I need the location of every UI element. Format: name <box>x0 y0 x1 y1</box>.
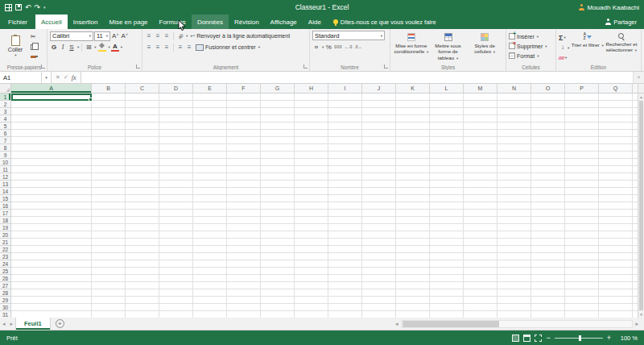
scroll-down-icon[interactable]: ▾ <box>640 311 642 318</box>
autosum-button[interactable]: Σ ▾ <box>559 33 571 42</box>
copy-button[interactable] <box>29 43 37 51</box>
grid-column-K[interactable] <box>396 94 430 318</box>
tab-donn-es[interactable]: Données <box>192 15 229 29</box>
column-header-L[interactable]: L <box>430 84 464 94</box>
row-header-4[interactable]: 4 <box>0 115 11 123</box>
page-layout-view-icon[interactable] <box>523 335 530 342</box>
row-header-18[interactable]: 18 <box>0 217 11 224</box>
scroll-right-icon[interactable]: ▸ <box>633 321 641 327</box>
column-header-C[interactable]: C <box>126 84 159 94</box>
vertical-scrollbar[interactable]: ▴ ▾ <box>638 94 644 318</box>
row-header-11[interactable]: 11 <box>0 166 11 173</box>
undo-icon[interactable]: ↶ <box>25 4 31 11</box>
vertical-scroll-thumb[interactable] <box>639 101 643 310</box>
grid-column-J[interactable] <box>362 94 396 318</box>
column-header-J[interactable]: J <box>362 84 396 94</box>
row-header-25[interactable]: 25 <box>0 268 11 275</box>
insert-function-button[interactable]: fx <box>72 74 76 81</box>
zoom-level[interactable]: 100 % <box>615 335 638 342</box>
align-top-button[interactable]: ≡ <box>145 31 153 41</box>
grid-column-B[interactable] <box>92 94 126 318</box>
cancel-icon[interactable]: ✕ <box>56 74 60 81</box>
column-header-F[interactable]: F <box>227 84 261 94</box>
comma-style-button[interactable]: 000 <box>333 43 343 52</box>
font-name-combobox[interactable]: Calibri ▾ <box>50 31 93 41</box>
grid-column-P[interactable] <box>565 94 599 318</box>
row-header-17[interactable]: 17 <box>0 210 11 217</box>
row-header-29[interactable]: 29 <box>0 297 11 304</box>
format-painter-button[interactable] <box>29 52 37 60</box>
sheet-nav-left-icon[interactable]: ◂ <box>0 318 8 330</box>
scroll-up-icon[interactable]: ▴ <box>640 94 642 100</box>
column-header-K[interactable]: K <box>396 84 430 94</box>
align-bottom-button[interactable]: ≡ <box>163 31 171 41</box>
find-select-button[interactable]: Rechercher et sélectionner ▾ <box>605 31 638 62</box>
row-header-5[interactable]: 5 <box>0 123 11 130</box>
dialog-launcher-icon[interactable] <box>303 64 308 69</box>
new-sheet-button[interactable]: + <box>56 319 64 328</box>
tab-r-vision[interactable]: Révision <box>229 15 265 29</box>
fill-button[interactable]: ↓ ▾ <box>559 43 571 52</box>
dialog-launcher-icon[interactable] <box>136 64 140 69</box>
column-header-N[interactable]: N <box>497 84 531 94</box>
increase-indent-button[interactable]: ≡ <box>185 43 193 52</box>
zoom-slider-thumb[interactable] <box>579 335 581 341</box>
enter-icon[interactable]: ✓ <box>64 74 68 81</box>
column-header-M[interactable]: M <box>464 84 497 94</box>
grow-font-button[interactable]: A˄ <box>111 31 119 41</box>
column-header-P[interactable]: P <box>565 84 599 94</box>
font-size-combobox[interactable]: 11 ▾ <box>94 31 110 41</box>
column-header-D[interactable]: D <box>159 84 193 94</box>
zoom-slider[interactable] <box>555 338 603 339</box>
clear-button[interactable]: ▾ <box>559 53 571 62</box>
tab-affichage[interactable]: Affichage <box>265 15 303 29</box>
merge-center-button[interactable]: Fusionner et centrer ▾ <box>196 44 260 51</box>
cut-button[interactable]: ✂ <box>29 33 37 41</box>
row-header-24[interactable]: 24 <box>0 260 11 268</box>
tab-fichier[interactable]: Fichier <box>0 15 35 29</box>
tab-insertion[interactable]: Insertion <box>68 15 104 29</box>
horizontal-scrollbar[interactable]: ◂ ▸ <box>393 318 644 330</box>
row-header-31[interactable]: 31 <box>0 311 11 318</box>
row-header-22[interactable]: 22 <box>0 246 11 253</box>
wrap-text-button[interactable]: ↩ Renvoyer à la ligne automatiquement <box>190 33 290 39</box>
align-middle-button[interactable]: ≡ <box>154 31 162 41</box>
conditional-formatting-button[interactable]: Mise en forme conditionnelle ▾ <box>393 31 430 62</box>
grid-column-L[interactable] <box>430 94 464 318</box>
align-center-button[interactable]: ≡ <box>154 43 162 52</box>
row-header-3[interactable]: 3 <box>0 108 11 115</box>
excel-app-icon[interactable] <box>5 4 12 11</box>
paste-button[interactable]: Coller ▾ <box>4 31 27 62</box>
underline-button[interactable]: S <box>68 43 76 52</box>
row-header-23[interactable]: 23 <box>0 253 11 260</box>
row-header-8[interactable]: 8 <box>0 144 11 152</box>
row-header-21[interactable]: 21 <box>0 239 11 246</box>
increase-decimal-button[interactable]: ←.0 <box>344 43 353 52</box>
column-header-E[interactable]: E <box>193 84 227 94</box>
align-right-button[interactable]: ≡ <box>163 43 171 52</box>
delete-cells-button[interactable]: Supprimer ▾ <box>509 41 553 51</box>
grid-column-H[interactable] <box>295 94 328 318</box>
zoom-out-icon[interactable]: − <box>546 335 550 342</box>
redo-icon[interactable]: ↷ <box>35 4 41 11</box>
page-break-view-icon[interactable] <box>535 335 542 342</box>
sheet-nav-right-icon[interactable]: ▸ <box>8 318 16 330</box>
row-header-1[interactable]: 1 <box>0 94 11 101</box>
column-header-Q[interactable]: Q <box>599 84 633 94</box>
cell-styles-button[interactable]: Styles de cellules ▾ <box>466 31 503 62</box>
grid-column-Q[interactable] <box>599 94 633 318</box>
grid-column-R[interactable] <box>633 94 638 318</box>
row-header-6[interactable]: 6 <box>0 130 11 137</box>
dialog-launcher-icon[interactable] <box>41 64 45 69</box>
column-header-I[interactable]: I <box>328 84 362 94</box>
row-header-19[interactable]: 19 <box>0 224 11 231</box>
formula-bar-expand-icon[interactable]: ˅ <box>633 72 644 83</box>
row-header-15[interactable]: 15 <box>0 195 11 202</box>
column-header-O[interactable]: O <box>531 84 565 94</box>
row-header-2[interactable]: 2 <box>0 101 11 108</box>
tab-accueil[interactable]: Accueil <box>35 15 68 29</box>
selected-cell[interactable] <box>11 94 92 101</box>
grid-column-C[interactable] <box>126 94 159 318</box>
horizontal-scroll-thumb[interactable] <box>402 321 499 327</box>
decrease-decimal-button[interactable]: .0→ <box>353 43 362 52</box>
